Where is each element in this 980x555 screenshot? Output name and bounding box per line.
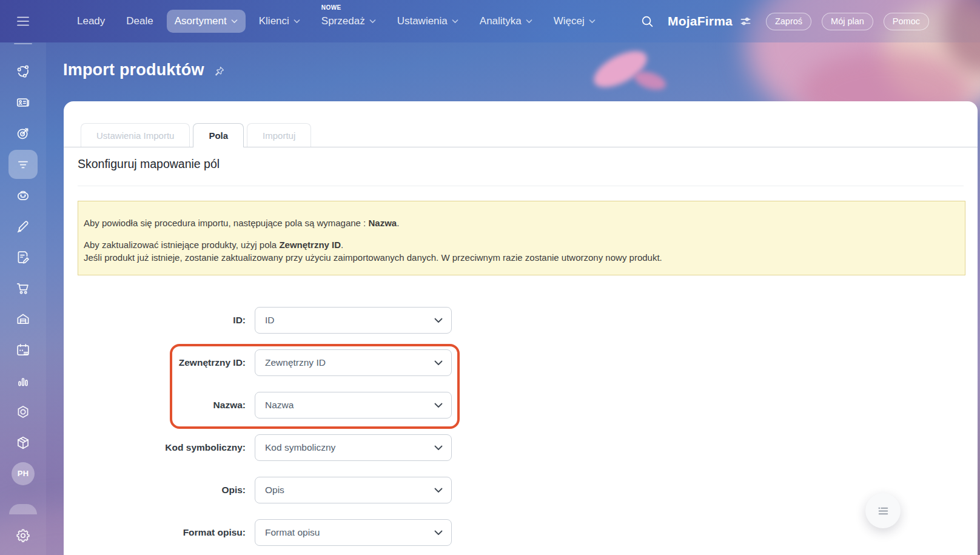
sidebar-item-robot[interactable] xyxy=(0,180,46,210)
field-label-id: ID: xyxy=(64,315,246,326)
quick-list-fab[interactable] xyxy=(865,493,901,528)
sidebar-item-calendar[interactable] xyxy=(0,334,46,365)
avatar: PH xyxy=(12,462,35,485)
zapros-button[interactable]: Zaproś xyxy=(766,13,811,30)
sidebar-item-cart[interactable] xyxy=(0,272,46,303)
field-row-nazwa: Nazwa:Nazwa xyxy=(64,392,978,419)
avatar-peek[interactable] xyxy=(0,489,46,520)
chevron-down-icon xyxy=(369,19,376,24)
field-row-opis: Opis:Opis xyxy=(64,477,978,503)
nav-item-wiecej[interactable]: Więcej xyxy=(546,10,603,33)
document-edit-icon xyxy=(15,249,31,265)
chevron-down-icon xyxy=(589,19,596,24)
selected-value: Format opisu xyxy=(265,527,320,538)
cart-icon xyxy=(15,280,31,296)
share-network-icon xyxy=(15,64,31,79)
sliders-icon[interactable] xyxy=(740,16,751,27)
tab-importuj[interactable]: Importuj xyxy=(247,123,311,147)
contact-card-icon xyxy=(15,95,31,110)
user-avatar[interactable]: PH xyxy=(0,458,46,489)
funnel-icon xyxy=(8,150,38,179)
notice-line-required: Aby powiodła się procedura importu, nast… xyxy=(84,217,956,229)
search-button[interactable] xyxy=(640,15,654,29)
page-title: Import produktów xyxy=(63,61,204,79)
sidebar-item-signature[interactable] xyxy=(0,210,46,241)
field-label-opis: Opis: xyxy=(64,485,246,496)
field-select-kod-symboliczny[interactable]: Kod symboliczny xyxy=(255,434,452,461)
package-icon xyxy=(15,435,31,451)
sidebar-item-package[interactable] xyxy=(0,427,46,458)
sidebar-item-hexagon[interactable] xyxy=(0,396,46,427)
sidebar-item-target[interactable] xyxy=(0,118,46,149)
nav-item-label: Klienci xyxy=(259,15,289,27)
new-badge: NOWE xyxy=(321,4,341,11)
list-icon xyxy=(876,504,890,518)
warehouse-icon xyxy=(15,311,31,327)
nav-item-analityka[interactable]: Analityka xyxy=(472,10,540,33)
nav-item-leady[interactable]: Leady xyxy=(69,10,113,33)
field-row-format-opisu: Format opisu:Format opisu xyxy=(64,519,978,546)
field-row-kod-symboliczny: Kod symboliczny:Kod symboliczny xyxy=(64,434,978,461)
chevron-down-icon xyxy=(434,530,443,536)
nav-item-label: Analityka xyxy=(480,15,522,27)
nav-item-asortyment[interactable]: Asortyment xyxy=(167,10,246,33)
search-icon xyxy=(640,15,654,29)
sidebar-item-document-edit[interactable] xyxy=(0,241,46,272)
main-nav: LeadyDealeAsortymentKlienciNOWESprzedażU… xyxy=(69,10,603,33)
field-select-opis[interactable]: Opis xyxy=(255,477,452,503)
calendar-icon xyxy=(15,342,31,358)
chevron-down-icon xyxy=(434,488,443,493)
notice-line-update: Aby zaktualizować istniejące produkty, u… xyxy=(84,238,956,264)
pomoc-button[interactable]: Pomoc xyxy=(884,13,929,30)
selected-value: Kod symboliczny xyxy=(265,442,335,453)
chevron-down-icon xyxy=(434,318,443,323)
sidebar-item-warehouse[interactable] xyxy=(0,303,46,334)
field-row-id: ID:ID xyxy=(64,307,978,334)
brand-name[interactable]: MojaFirma xyxy=(668,14,733,29)
topbar-actions: ZaprośMój planPomoc xyxy=(766,13,929,30)
field-row-zewnetrzny-id: Zewnętrzny ID:Zewnętrzny ID xyxy=(64,349,978,376)
sidebar-item-contact-card[interactable] xyxy=(0,87,46,118)
nav-item-deale[interactable]: Deale xyxy=(118,10,161,33)
nav-item-sprzedaz[interactable]: NOWESprzedaż xyxy=(314,10,384,33)
chevron-down-icon xyxy=(294,19,300,24)
hamburger-menu-button[interactable] xyxy=(0,15,46,28)
moj-plan-button[interactable]: Mój plan xyxy=(822,13,873,30)
selected-value: Nazwa xyxy=(265,400,294,411)
pin-icon[interactable] xyxy=(213,66,225,77)
field-label-kod-symboliczny: Kod symboliczny: xyxy=(64,442,246,453)
sidebar-item-bar-chart[interactable] xyxy=(0,365,46,396)
sidebar-icon-list: PH xyxy=(0,56,46,551)
target-icon xyxy=(15,126,31,141)
field-select-id[interactable]: ID xyxy=(255,307,452,334)
field-select-format-opisu[interactable]: Format opisu xyxy=(255,519,452,546)
nav-item-klienci[interactable]: Klienci xyxy=(251,10,308,33)
field-select-zewnetrzny-id[interactable]: Zewnętrzny ID xyxy=(255,349,452,376)
chevron-down-icon xyxy=(526,19,532,24)
field-mapping-form: ID:IDZewnętrzny ID:Zewnętrzny IDNazwa:Na… xyxy=(64,307,978,546)
nav-item-label: Deale xyxy=(126,15,153,27)
sidebar-item-share-network[interactable] xyxy=(0,56,46,87)
topbar-right: MojaFirma ZaprośMój planPomoc xyxy=(640,13,980,30)
field-select-nazwa[interactable]: Nazwa xyxy=(255,392,452,419)
selected-value: ID xyxy=(265,315,275,326)
field-label-zewnetrzny-id: Zewnętrzny ID: xyxy=(64,357,246,368)
sidebar-item-funnel[interactable] xyxy=(0,149,46,180)
tab-pola[interactable]: Pola xyxy=(193,123,244,147)
selected-value: Opis xyxy=(265,485,284,496)
tab-ustawienia-importu[interactable]: Ustawienia Importu xyxy=(81,123,190,147)
chevron-down-icon xyxy=(434,403,443,408)
section-heading: Skonfiguruj mapowanie pól xyxy=(78,157,220,171)
nav-item-label: Więcej xyxy=(554,15,585,27)
bar-chart-icon xyxy=(15,373,31,389)
selected-value: Zewnętrzny ID xyxy=(265,357,326,368)
chevron-down-icon xyxy=(231,19,238,24)
chevron-down-icon xyxy=(434,445,443,451)
tab-bar: Ustawienia ImportuPolaImportuj xyxy=(81,123,311,147)
nav-item-ustawienia[interactable]: Ustawienia xyxy=(389,10,466,33)
hexagon-icon xyxy=(15,404,31,420)
field-label-format-opisu: Format opisu: xyxy=(64,527,246,538)
topbar: LeadyDealeAsortymentKlienciNOWESprzedażU… xyxy=(0,0,980,42)
sidebar-item-gear[interactable] xyxy=(0,520,46,551)
avatar-peek-shape xyxy=(9,504,37,514)
